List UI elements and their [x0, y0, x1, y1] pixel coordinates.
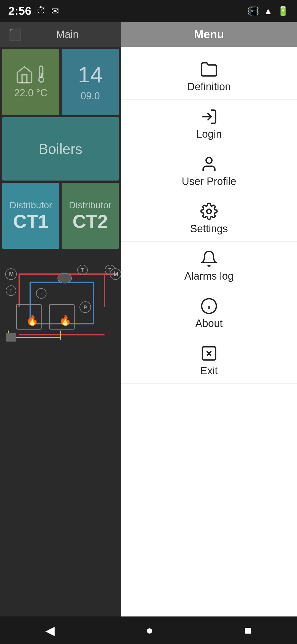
tile-number[interactable]: 14 09.0: [62, 49, 119, 115]
tile-ct1[interactable]: Distributor CT1: [2, 183, 59, 249]
exit-icon: [200, 345, 218, 362]
main-title: Main: [22, 29, 113, 40]
exit-label: Exit: [200, 365, 218, 377]
status-time: 2:56: [8, 4, 31, 18]
vibrate-icon: 📳: [248, 6, 259, 17]
menu-title: Menu: [194, 28, 224, 41]
bell-icon: [200, 250, 218, 268]
svg-text:T: T: [9, 288, 12, 294]
back-button[interactable]: ◀: [37, 621, 63, 640]
login-icon: [200, 108, 218, 125]
menu-header: Menu: [121, 22, 297, 47]
settings-label: Settings: [190, 223, 228, 235]
tile-home-temp[interactable]: 22.0 °C: [2, 49, 59, 115]
definition-label: Definition: [187, 81, 231, 93]
ct1-distributor-label: Distributor: [10, 200, 52, 211]
menu-item-exit[interactable]: Exit: [121, 336, 297, 384]
svg-text:T: T: [40, 291, 43, 296]
main-content: 22.0 °C 14 09.0 Boilers Distributor CT1 …: [0, 47, 297, 616]
tile-boilers[interactable]: Boilers: [2, 117, 119, 181]
person-icon: [200, 155, 218, 173]
svg-text:↑: ↑: [8, 334, 10, 340]
home-thermometer-icon: [15, 65, 34, 84]
alarms-log-label: Alarms log: [184, 270, 234, 282]
menu-item-login[interactable]: Login: [121, 100, 297, 147]
message-icon: ✉: [51, 6, 59, 17]
app-header: ⬛ Main Menu: [0, 22, 297, 47]
timer-icon: ⏱: [36, 5, 46, 17]
about-label: About: [195, 318, 222, 329]
battery-icon: 🔋: [277, 6, 289, 17]
svg-text:T: T: [81, 268, 84, 273]
menu-item-user-profile[interactable]: User Profile: [121, 147, 297, 194]
svg-text:M: M: [9, 271, 14, 277]
left-panel: 22.0 °C 14 09.0 Boilers Distributor CT1 …: [0, 47, 121, 616]
svg-point-19: [58, 273, 72, 283]
home-temperature: 22.0 °C: [14, 87, 47, 99]
bottom-navigation: ◀ ● ■: [0, 616, 297, 644]
svg-point-1: [39, 77, 44, 82]
login-label: Login: [196, 128, 222, 140]
folder-icon: [200, 61, 218, 78]
right-panel-menu: Definition Login User Profile: [121, 47, 297, 616]
menu-item-settings[interactable]: Settings: [121, 194, 297, 242]
tile-ct2[interactable]: Distributor CT2: [62, 183, 119, 249]
status-left: 2:56 ⏱ ✉: [8, 4, 59, 18]
gear-icon: [200, 203, 218, 220]
ct2-distributor-label: Distributor: [69, 200, 112, 211]
svg-text:T: T: [108, 268, 111, 273]
svg-point-38: [207, 209, 211, 214]
ct2-label: CT2: [73, 211, 108, 232]
status-bar: 2:56 ⏱ ✉ 📳 ▲ 🔋: [0, 0, 297, 22]
tile-number-value: 14: [78, 62, 103, 88]
home-button[interactable]: ●: [138, 621, 161, 640]
tiles-grid: 22.0 °C 14 09.0 Boilers Distributor CT1 …: [0, 47, 121, 250]
hamburger-icon[interactable]: ⬛: [8, 28, 22, 41]
thermometer-icon: [36, 65, 47, 84]
recent-button[interactable]: ■: [236, 621, 260, 640]
tile-number-sub: 09.0: [81, 90, 100, 102]
status-right: 📳 ▲ 🔋: [248, 6, 289, 17]
boilers-label: Boilers: [39, 141, 82, 157]
svg-text:🔥: 🔥: [26, 314, 38, 326]
user-profile-label: User Profile: [182, 176, 237, 187]
ct1-label: CT1: [13, 211, 48, 232]
svg-point-37: [206, 157, 212, 163]
diagram-area: 🔥 🔥 M M T T T T: [0, 252, 121, 348]
wifi-icon: ▲: [263, 6, 273, 17]
menu-item-definition[interactable]: Definition: [121, 52, 297, 100]
info-icon: [200, 297, 218, 315]
heating-diagram: 🔥 🔥 M M T T T T: [0, 252, 121, 348]
svg-text:🔥: 🔥: [59, 314, 72, 326]
svg-text:P: P: [84, 304, 87, 310]
header-left: ⬛ Main: [0, 28, 121, 41]
menu-item-alarms-log[interactable]: Alarms log: [121, 242, 297, 289]
menu-item-about[interactable]: About: [121, 289, 297, 336]
